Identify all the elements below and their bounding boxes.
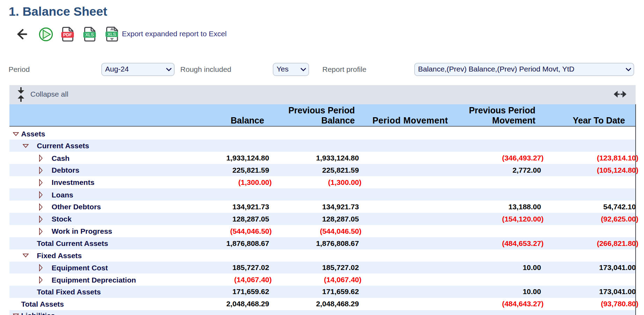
svg-text:XLS: XLS — [108, 32, 116, 37]
svg-text:XLS: XLS — [85, 32, 94, 37]
svg-text:PDF: PDF — [63, 32, 72, 37]
